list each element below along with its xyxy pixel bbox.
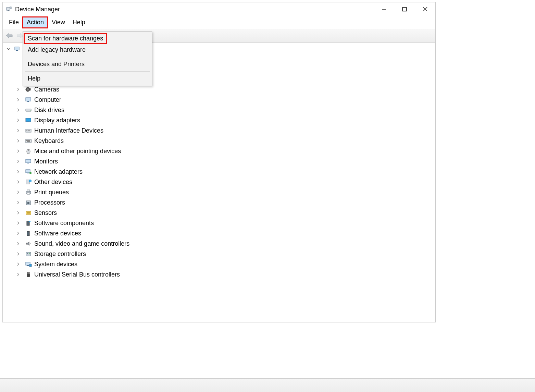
tree-item[interactable]: Computer: [7, 95, 435, 105]
chevron-right-icon: [16, 88, 23, 91]
back-button[interactable]: [5, 31, 14, 40]
tree-item-label: Storage controllers: [34, 250, 86, 258]
svg-rect-7: [15, 47, 19, 50]
menu-action[interactable]: Action: [23, 17, 48, 28]
svg-rect-26: [29, 140, 30, 141]
system-icon: [25, 260, 32, 268]
menu-file[interactable]: File: [5, 17, 22, 27]
chevron-right-icon: [16, 201, 23, 204]
tree-item[interactable]: Keyboards: [7, 136, 435, 146]
tree-item-label: Display adapters: [34, 117, 80, 124]
printer-icon: [25, 188, 32, 196]
svg-point-10: [27, 88, 29, 90]
camera-icon: [25, 86, 32, 93]
svg-rect-0: [7, 8, 10, 10]
action-dropdown: Scan for hardware changes Add legacy har…: [23, 31, 152, 86]
other-icon: ?: [25, 178, 32, 186]
svg-rect-48: [29, 221, 30, 222]
tree-item[interactable]: Universal Serial Bus controllers: [7, 269, 435, 280]
svg-rect-20: [28, 130, 29, 131]
svg-rect-33: [27, 173, 29, 173]
usb-icon: [25, 271, 32, 278]
softdev-icon: [25, 230, 32, 237]
tree-item-label: Mice and other pointing devices: [34, 148, 121, 155]
minimize-button[interactable]: [374, 2, 394, 16]
titlebar: Device Manager: [3, 2, 435, 16]
svg-rect-44: [27, 212, 28, 213]
tree-item[interactable]: Print queues: [7, 187, 435, 197]
mouse-icon: [25, 147, 32, 155]
chevron-right-icon: [16, 129, 23, 132]
dropdown-devices-printers[interactable]: Devices and Printers: [23, 59, 152, 70]
svg-rect-19: [26, 130, 27, 131]
close-button[interactable]: [415, 2, 435, 16]
chevron-right-icon: [16, 149, 23, 153]
svg-rect-27: [27, 141, 30, 142]
svg-rect-49: [27, 231, 29, 236]
keyboard-icon: [25, 137, 32, 145]
menu-help[interactable]: Help: [69, 17, 89, 27]
chevron-right-icon: [16, 180, 23, 184]
sensor-icon: [25, 209, 32, 217]
tree-item[interactable]: System devices: [7, 259, 435, 269]
monitor-icon: [25, 158, 32, 165]
tree-item-label: Network adapters: [34, 168, 83, 175]
chevron-right-icon: [16, 191, 23, 194]
window-title: Device Manager: [15, 6, 374, 13]
tree-item-label: Processors: [34, 199, 65, 206]
tree-item[interactable]: Mice and other pointing devices: [7, 146, 435, 156]
svg-rect-54: [29, 264, 32, 267]
hid-icon: [25, 127, 32, 134]
tree-item-label: Sound, video and game controllers: [34, 240, 129, 247]
dropdown-scan-hardware[interactable]: Scan for hardware changes: [23, 33, 152, 44]
device-manager-window: Device Manager File Action View Help: [2, 2, 436, 322]
tree-item[interactable]: Monitors: [7, 156, 435, 167]
tree-item[interactable]: Storage controllers: [7, 249, 435, 259]
tree-item[interactable]: Software components: [7, 218, 435, 228]
tree-item[interactable]: Network adapters: [7, 167, 435, 177]
tree-item[interactable]: Processors: [7, 197, 435, 208]
chevron-right-icon: [16, 221, 23, 225]
chevron-right-icon: [16, 242, 23, 245]
svg-rect-13: [27, 101, 29, 102]
chevron-right-icon: [16, 273, 23, 276]
svg-rect-24: [27, 140, 28, 141]
tree-item-label: Universal Serial Bus controllers: [34, 271, 120, 278]
svg-rect-23: [26, 140, 27, 141]
svg-rect-39: [27, 190, 30, 192]
chevron-down-icon: [7, 47, 13, 51]
dropdown-add-legacy[interactable]: Add legacy hardware: [23, 44, 152, 56]
tree-item[interactable]: Disk drives: [7, 105, 435, 115]
svg-rect-2: [10, 7, 11, 9]
chevron-right-icon: [16, 139, 23, 143]
svg-rect-46: [29, 212, 30, 213]
menu-view[interactable]: View: [48, 17, 69, 27]
display-icon: [25, 117, 32, 124]
chevron-right-icon: [16, 232, 23, 235]
tree-item[interactable]: Human Interface Devices: [7, 125, 435, 136]
tree-item[interactable]: Display adapters: [7, 115, 435, 125]
chevron-right-icon: [16, 262, 23, 266]
dropdown-help[interactable]: Help: [23, 73, 152, 84]
svg-rect-45: [28, 212, 29, 213]
svg-rect-21: [29, 130, 30, 131]
svg-rect-8: [16, 50, 18, 51]
tree-item-label: Monitors: [34, 158, 58, 165]
computer-root-icon: [14, 46, 21, 52]
tree-item[interactable]: Sensors: [7, 208, 435, 218]
maximize-button[interactable]: [394, 2, 415, 16]
tree-item[interactable]: Software devices: [7, 228, 435, 238]
tree-item[interactable]: Sound, video and game controllers: [7, 238, 435, 249]
tree-item-label: Disk drives: [34, 107, 64, 114]
network-icon: [25, 168, 32, 175]
tree-item-label: System devices: [34, 261, 77, 268]
tree-item-label: Keyboards: [34, 137, 64, 145]
svg-rect-12: [26, 98, 31, 101]
taskbar-area: [0, 378, 535, 392]
tree-item[interactable]: ?Other devices: [7, 177, 435, 187]
sound-icon: [25, 240, 32, 247]
dropdown-scan-label: Scan for hardware changes: [28, 35, 103, 42]
chevron-right-icon: [16, 211, 23, 215]
tree-item-label: Print queues: [34, 189, 69, 196]
svg-rect-30: [26, 159, 31, 163]
